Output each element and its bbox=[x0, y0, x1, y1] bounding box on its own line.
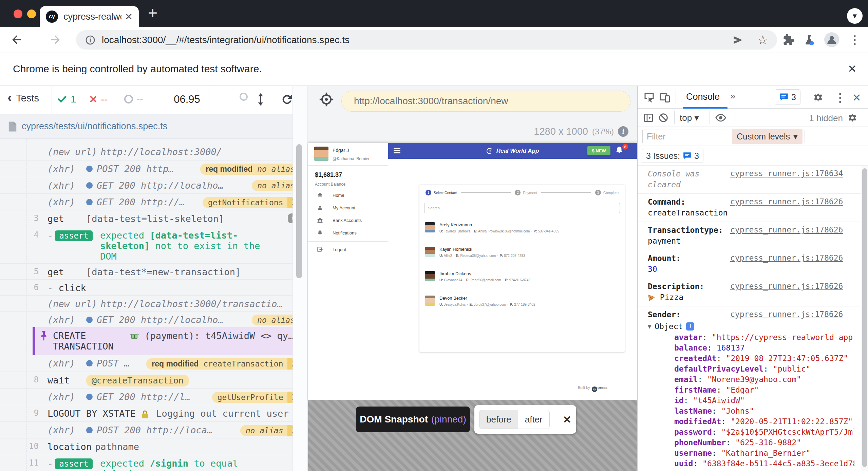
sidebar-item-logout[interactable]: Logout bbox=[308, 243, 388, 256]
send-icon[interactable] bbox=[732, 34, 744, 46]
contact-list-item[interactable]: Devon Becker U: Jessyca.Kuhic·E: Jordy37… bbox=[419, 292, 625, 316]
new-transaction-button[interactable]: $ NEW bbox=[587, 146, 610, 155]
rerun-tests-icon[interactable] bbox=[280, 93, 294, 106]
sidebar-item-home[interactable]: Home bbox=[308, 189, 388, 201]
log-row-xhr[interactable]: (xhr) POST 200 http… req modified no ali… bbox=[0, 160, 307, 177]
scroll-updown-icon[interactable] bbox=[255, 93, 266, 106]
hidden-messages-label[interactable]: 1 hidden bbox=[809, 113, 843, 124]
clear-console-icon[interactable] bbox=[658, 112, 669, 123]
app-url-bar[interactable]: http://localhost:3000/transaction/new bbox=[341, 91, 630, 112]
browser-menu-kebab-icon[interactable]: ⋮ bbox=[847, 32, 863, 48]
source-link[interactable]: cypress_runner.js:178634 bbox=[730, 169, 843, 178]
device-toolbar-icon[interactable] bbox=[659, 91, 671, 103]
console-filter-input[interactable] bbox=[642, 130, 727, 143]
contact-list-item[interactable]: Arely Kertzmann U: Tavares_Barrows·E: An… bbox=[419, 219, 625, 243]
prototype-expander[interactable]: ▶[[Prototype]]: Object bbox=[648, 469, 854, 471]
address-bar[interactable]: localhost:3000/__/#/tests/integration/ui… bbox=[76, 30, 777, 50]
step-circle: 3 bbox=[595, 190, 601, 195]
context-selector[interactable]: top ▾ bbox=[680, 113, 699, 123]
logout-icon bbox=[317, 246, 323, 252]
pinned-command-name: CREATE TRANSACTION bbox=[53, 331, 127, 352]
log-row-xhr[interactable]: (xhr) GET 200 http://localho… no alias bbox=[0, 311, 307, 327]
url-text: localhost:3000/__/#/tests/integration/ui… bbox=[102, 35, 732, 45]
tab-search-menu[interactable]: ▼ bbox=[847, 8, 863, 24]
account-balance: $1,681.37 bbox=[315, 171, 342, 178]
console-sidebar-toggle-icon[interactable] bbox=[643, 112, 654, 123]
devtools-close-icon[interactable]: ✕ bbox=[852, 91, 861, 104]
log-row-xhr[interactable]: (xhr) POST 200 http://loca… no alias2 bbox=[0, 421, 307, 438]
browser-tab[interactable]: cy cypress-realworld-app ✕ bbox=[40, 6, 139, 27]
bookmark-star-icon[interactable]: ☆ bbox=[757, 33, 768, 47]
back-icon[interactable] bbox=[9, 32, 24, 48]
log-row-command[interactable]: 6 - click bbox=[0, 279, 307, 295]
tab-console[interactable]: Console bbox=[686, 92, 720, 102]
snapshot-before-button[interactable]: before bbox=[479, 410, 518, 429]
sidebar-item-my-account[interactable]: My Account bbox=[308, 202, 388, 214]
log-row-pinned-create-transaction[interactable]: CREATE TRANSACTION $ (payment): t45Aiwid… bbox=[33, 327, 307, 355]
devtools-menu-kebab-icon[interactable]: ⋮ bbox=[834, 91, 846, 104]
source-link[interactable]: cypress_runner.js:178626 bbox=[730, 310, 843, 319]
extensions-puzzle-icon[interactable] bbox=[780, 32, 796, 48]
contact-search-input[interactable] bbox=[424, 203, 620, 213]
traffic-light-close[interactable] bbox=[14, 10, 22, 18]
autoscroll-toggle-icon[interactable] bbox=[240, 93, 248, 102]
contact-list-item[interactable]: Ibrahim Dickens U: Giovanna74·E: Pearl56… bbox=[419, 267, 625, 292]
tab-close-icon[interactable]: ✕ bbox=[125, 11, 133, 22]
pin-icon bbox=[39, 331, 48, 341]
contact-list-item[interactable]: Kaylin Homenick U: Allie2·E: Rebeca35@ya… bbox=[419, 243, 625, 267]
log-row-xhr[interactable]: (xhr) GET 200 http://localho… no alias bbox=[0, 177, 307, 193]
log-levels-dropdown[interactable]: Custom levels ▾ bbox=[732, 129, 803, 144]
source-link[interactable]: cypress_runner.js:178626 bbox=[730, 253, 843, 262]
browser-toolbar: localhost:3000/__/#/tests/integration/ui… bbox=[0, 27, 868, 53]
source-link[interactable]: cypress_runner.js:178626 bbox=[730, 282, 843, 290]
log-row-logout[interactable]: 9 LOGOUT BY XSTATE Logging out current u… bbox=[0, 405, 307, 421]
sidebar-item-bank-accounts[interactable]: Bank Accounts bbox=[308, 214, 388, 226]
reporter-scrollbar[interactable] bbox=[293, 86, 307, 471]
banner-close-icon[interactable]: ✕ bbox=[848, 62, 857, 75]
snapshot-close-button[interactable]: ✕ bbox=[558, 410, 571, 429]
log-row-new-url[interactable]: (new url) http://localhost:3000/transact… bbox=[0, 295, 307, 311]
viewport-info-icon[interactable]: i bbox=[618, 126, 628, 137]
selector-playground-icon[interactable] bbox=[319, 92, 334, 107]
account-balance-label: Account Balance bbox=[315, 182, 345, 187]
pizza-icon bbox=[648, 294, 655, 302]
inspect-element-icon[interactable] bbox=[643, 91, 655, 103]
bell-icon bbox=[317, 230, 323, 236]
log-row-command[interactable]: 5 get [data-test*=new-transaction] bbox=[0, 263, 307, 279]
object-expander[interactable]: ▼ Object i bbox=[648, 321, 854, 332]
devtools-scrollbar-thumb[interactable] bbox=[862, 168, 867, 467]
log-row-xhr[interactable]: (xhr) GET 200 http://… getNotifications2 bbox=[0, 193, 307, 210]
forward-icon[interactable] bbox=[48, 32, 63, 48]
reporter-scrollbar-thumb[interactable] bbox=[296, 144, 302, 278]
live-expression-eye-icon[interactable] bbox=[715, 113, 727, 123]
assert-message: expected [data-test=list-skeleton] not t… bbox=[100, 230, 271, 262]
traffic-light-minimize[interactable] bbox=[27, 10, 36, 18]
profile-avatar[interactable] bbox=[824, 32, 839, 48]
log-row-assert[interactable]: 4 -assert expected [data-test=list-skele… bbox=[0, 227, 307, 263]
issues-chip[interactable]: 3 Issues: 3 bbox=[642, 149, 703, 163]
event-url: http://localhost:3000/ bbox=[100, 147, 222, 157]
new-tab-button[interactable]: + bbox=[144, 5, 162, 22]
snapshot-after-button[interactable]: after bbox=[518, 410, 549, 429]
notifications-bell-button[interactable]: 8 bbox=[615, 146, 625, 156]
log-row-command[interactable]: 3 get [data-test=list-skeleton] 0 bbox=[0, 210, 307, 227]
log-row-xhr[interactable]: (xhr) POST … req modified createTransact… bbox=[0, 355, 307, 372]
tab-title: cypress-realworld-app bbox=[63, 12, 121, 22]
console-settings-gear-icon[interactable] bbox=[847, 113, 857, 123]
devtools-settings-gear-icon[interactable] bbox=[813, 92, 824, 103]
log-row-command[interactable]: 10 location pathname bbox=[0, 438, 307, 455]
source-link[interactable]: cypress_runner.js:178626 bbox=[730, 225, 843, 234]
log-row-xhr[interactable]: (xhr) GET 200 http://l… getUserProfile2 bbox=[0, 388, 307, 405]
log-row-assert[interactable]: 11 -assert expected /signin to equal /si… bbox=[0, 455, 307, 471]
log-row-wait[interactable]: 8 wait @createTransaction bbox=[0, 372, 307, 388]
experiments-flask-icon[interactable] bbox=[801, 32, 817, 48]
spec-path-link[interactable]: cypress/tests/ui/notifications.spec.ts bbox=[22, 121, 167, 132]
back-to-tests-link[interactable]: ‹ Tests bbox=[7, 93, 39, 104]
site-info-icon[interactable] bbox=[85, 35, 96, 45]
log-row-new-url[interactable]: (new url) http://localhost:3000/ bbox=[0, 144, 307, 160]
console-messages-chip[interactable]: 3 bbox=[775, 89, 800, 105]
more-tabs-icon[interactable]: » bbox=[730, 91, 736, 101]
sidebar-item-notifications[interactable]: Notifications bbox=[308, 227, 388, 239]
source-link[interactable]: cypress_runner.js:178626 bbox=[730, 197, 843, 206]
devtools-scrollbar[interactable] bbox=[861, 166, 868, 471]
